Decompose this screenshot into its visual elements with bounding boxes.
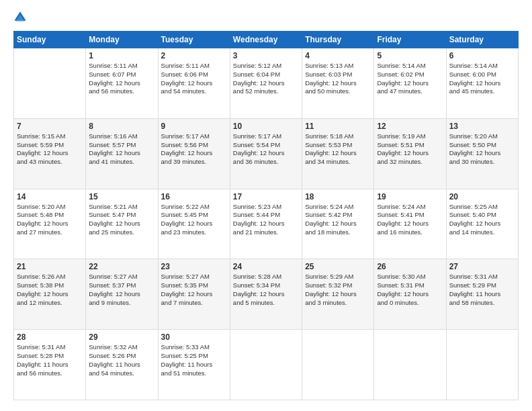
cell-content: Sunrise: 5:11 AM Sunset: 6:07 PM Dayligh… — [89, 62, 154, 96]
calendar-cell: 26Sunrise: 5:30 AM Sunset: 5:31 PM Dayli… — [374, 259, 446, 330]
day-number: 12 — [377, 122, 443, 131]
day-number: 22 — [89, 262, 154, 271]
cell-content: Sunrise: 5:20 AM Sunset: 5:48 PM Dayligh… — [17, 203, 83, 237]
calendar-cell: 3Sunrise: 5:12 AM Sunset: 6:04 PM Daylig… — [230, 48, 302, 119]
day-number: 15 — [89, 192, 154, 201]
calendar-cell: 10Sunrise: 5:17 AM Sunset: 5:54 PM Dayli… — [230, 118, 302, 189]
cell-content: Sunrise: 5:17 AM Sunset: 5:54 PM Dayligh… — [233, 132, 299, 167]
calendar-cell: 11Sunrise: 5:18 AM Sunset: 5:53 PM Dayli… — [302, 118, 374, 189]
day-number: 1 — [89, 51, 154, 60]
day-header-monday: Monday — [86, 32, 158, 48]
cell-content: Sunrise: 5:27 AM Sunset: 5:35 PM Dayligh… — [161, 273, 227, 307]
calendar-cell: 4Sunrise: 5:13 AM Sunset: 6:03 PM Daylig… — [302, 48, 374, 119]
logo — [13, 11, 30, 24]
calendar-table: SundayMondayTuesdayWednesdayThursdayFrid… — [13, 31, 519, 400]
calendar-cell: 21Sunrise: 5:26 AM Sunset: 5:38 PM Dayli… — [14, 259, 86, 330]
week-row-4: 21Sunrise: 5:26 AM Sunset: 5:38 PM Dayli… — [14, 259, 519, 330]
calendar-cell: 15Sunrise: 5:21 AM Sunset: 5:47 PM Dayli… — [86, 189, 158, 259]
cell-content: Sunrise: 5:20 AM Sunset: 5:50 PM Dayligh… — [449, 132, 515, 167]
calendar-cell — [230, 330, 302, 400]
day-number: 8 — [89, 122, 154, 131]
week-row-3: 14Sunrise: 5:20 AM Sunset: 5:48 PM Dayli… — [14, 189, 519, 259]
cell-content: Sunrise: 5:12 AM Sunset: 6:04 PM Dayligh… — [233, 62, 299, 96]
calendar-cell — [446, 330, 518, 400]
day-header-wednesday: Wednesday — [230, 32, 302, 48]
cell-content: Sunrise: 5:18 AM Sunset: 5:53 PM Dayligh… — [305, 132, 371, 167]
cell-content: Sunrise: 5:24 AM Sunset: 5:42 PM Dayligh… — [305, 203, 371, 237]
cell-content: Sunrise: 5:30 AM Sunset: 5:31 PM Dayligh… — [377, 273, 443, 307]
calendar-cell — [14, 48, 86, 119]
day-number: 19 — [377, 192, 443, 201]
day-header-friday: Friday — [374, 32, 446, 48]
calendar-cell: 1Sunrise: 5:11 AM Sunset: 6:07 PM Daylig… — [86, 48, 158, 119]
cell-content: Sunrise: 5:28 AM Sunset: 5:34 PM Dayligh… — [233, 273, 299, 307]
cell-content: Sunrise: 5:22 AM Sunset: 5:45 PM Dayligh… — [161, 203, 227, 237]
cell-content: Sunrise: 5:26 AM Sunset: 5:38 PM Dayligh… — [17, 273, 83, 307]
cell-content: Sunrise: 5:33 AM Sunset: 5:25 PM Dayligh… — [161, 343, 227, 377]
cell-content: Sunrise: 5:25 AM Sunset: 5:40 PM Dayligh… — [449, 203, 515, 237]
day-number: 2 — [161, 51, 227, 60]
calendar-cell: 16Sunrise: 5:22 AM Sunset: 5:45 PM Dayli… — [158, 189, 230, 259]
cell-content: Sunrise: 5:14 AM Sunset: 6:02 PM Dayligh… — [377, 62, 443, 96]
cell-content: Sunrise: 5:31 AM Sunset: 5:29 PM Dayligh… — [449, 273, 515, 307]
cell-content: Sunrise: 5:19 AM Sunset: 5:51 PM Dayligh… — [377, 132, 443, 167]
header-row: SundayMondayTuesdayWednesdayThursdayFrid… — [14, 32, 519, 48]
calendar-cell: 7Sunrise: 5:15 AM Sunset: 5:59 PM Daylig… — [14, 118, 86, 189]
day-number: 28 — [17, 332, 83, 342]
cell-content: Sunrise: 5:31 AM Sunset: 5:28 PM Dayligh… — [17, 343, 83, 377]
cell-content: Sunrise: 5:24 AM Sunset: 5:41 PM Dayligh… — [377, 203, 443, 237]
calendar-cell: 27Sunrise: 5:31 AM Sunset: 5:29 PM Dayli… — [446, 259, 518, 330]
cell-content: Sunrise: 5:13 AM Sunset: 6:03 PM Dayligh… — [305, 62, 371, 96]
calendar-cell — [302, 330, 374, 400]
calendar-cell: 18Sunrise: 5:24 AM Sunset: 5:42 PM Dayli… — [302, 189, 374, 259]
cell-content: Sunrise: 5:27 AM Sunset: 5:37 PM Dayligh… — [89, 273, 154, 307]
calendar-cell: 6Sunrise: 5:14 AM Sunset: 6:00 PM Daylig… — [446, 48, 518, 119]
calendar-cell: 25Sunrise: 5:29 AM Sunset: 5:32 PM Dayli… — [302, 259, 374, 330]
cell-content: Sunrise: 5:14 AM Sunset: 6:00 PM Dayligh… — [449, 62, 515, 96]
calendar-cell: 20Sunrise: 5:25 AM Sunset: 5:40 PM Dayli… — [446, 189, 518, 259]
calendar-cell: 23Sunrise: 5:27 AM Sunset: 5:35 PM Dayli… — [158, 259, 230, 330]
day-number: 25 — [305, 262, 371, 271]
calendar-cell: 13Sunrise: 5:20 AM Sunset: 5:50 PM Dayli… — [446, 118, 518, 189]
cell-content: Sunrise: 5:21 AM Sunset: 5:47 PM Dayligh… — [89, 203, 154, 237]
day-number: 27 — [449, 262, 515, 271]
day-number: 9 — [161, 122, 227, 131]
day-number: 11 — [305, 122, 371, 131]
day-number: 26 — [377, 262, 443, 271]
day-number: 3 — [233, 51, 299, 60]
day-number: 20 — [449, 192, 515, 201]
day-number: 16 — [161, 192, 227, 201]
cell-content: Sunrise: 5:23 AM Sunset: 5:44 PM Dayligh… — [233, 203, 299, 237]
logo-icon — [13, 11, 27, 24]
day-number: 10 — [233, 122, 299, 131]
cell-content: Sunrise: 5:32 AM Sunset: 5:26 PM Dayligh… — [89, 343, 154, 377]
calendar-cell — [374, 330, 446, 400]
calendar-cell: 9Sunrise: 5:17 AM Sunset: 5:56 PM Daylig… — [158, 118, 230, 189]
day-number: 6 — [449, 51, 515, 60]
calendar-cell: 30Sunrise: 5:33 AM Sunset: 5:25 PM Dayli… — [158, 330, 230, 400]
calendar-cell: 8Sunrise: 5:16 AM Sunset: 5:57 PM Daylig… — [86, 118, 158, 189]
cell-content: Sunrise: 5:17 AM Sunset: 5:56 PM Dayligh… — [161, 132, 227, 167]
day-number: 17 — [233, 192, 299, 201]
day-number: 14 — [17, 192, 83, 201]
day-number: 7 — [17, 122, 83, 131]
day-number: 13 — [449, 122, 515, 131]
cell-content: Sunrise: 5:11 AM Sunset: 6:06 PM Dayligh… — [161, 62, 227, 96]
day-number: 30 — [161, 332, 227, 342]
calendar-cell: 2Sunrise: 5:11 AM Sunset: 6:06 PM Daylig… — [158, 48, 230, 119]
day-number: 18 — [305, 192, 371, 201]
week-row-1: 1Sunrise: 5:11 AM Sunset: 6:07 PM Daylig… — [14, 48, 519, 119]
day-number: 24 — [233, 262, 299, 271]
header — [13, 11, 519, 24]
day-number: 4 — [305, 51, 371, 60]
calendar-cell: 22Sunrise: 5:27 AM Sunset: 5:37 PM Dayli… — [86, 259, 158, 330]
calendar-cell: 28Sunrise: 5:31 AM Sunset: 5:28 PM Dayli… — [14, 330, 86, 400]
cell-content: Sunrise: 5:16 AM Sunset: 5:57 PM Dayligh… — [89, 132, 154, 167]
week-row-2: 7Sunrise: 5:15 AM Sunset: 5:59 PM Daylig… — [14, 118, 519, 189]
day-header-thursday: Thursday — [302, 32, 374, 48]
calendar-cell: 19Sunrise: 5:24 AM Sunset: 5:41 PM Dayli… — [374, 189, 446, 259]
cell-content: Sunrise: 5:15 AM Sunset: 5:59 PM Dayligh… — [17, 132, 83, 167]
day-number: 5 — [377, 51, 443, 60]
cell-content: Sunrise: 5:29 AM Sunset: 5:32 PM Dayligh… — [305, 273, 371, 307]
day-number: 29 — [89, 332, 154, 342]
